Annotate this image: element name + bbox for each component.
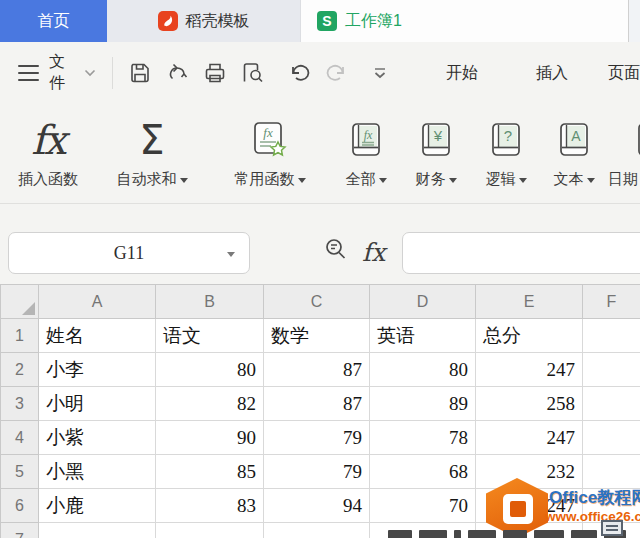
autosum-button[interactable]: Σ 自动求和: [96, 104, 208, 203]
ribbon-tab-insert[interactable]: 插入: [536, 63, 568, 84]
col-header-C[interactable]: C: [264, 285, 370, 319]
col-header-A[interactable]: A: [39, 285, 156, 319]
ribbon-tab-home[interactable]: 开始: [446, 63, 478, 84]
tab-workbook[interactable]: S 工作簿1: [301, 0, 629, 42]
watermark-site-name: Office教程网: [549, 486, 640, 509]
cell-B1[interactable]: 语文: [156, 319, 264, 353]
common-functions-button[interactable]: fx 常用函数: [208, 104, 332, 203]
cell-D4[interactable]: 78: [370, 421, 476, 455]
all-functions-button[interactable]: fx 全部: [332, 104, 400, 203]
cell-C3[interactable]: 87: [264, 387, 370, 421]
cell-E2[interactable]: 247: [476, 353, 583, 387]
row-header-3[interactable]: 3: [1, 387, 39, 421]
dropdown-caret-icon: [449, 178, 457, 183]
cell-B3[interactable]: 82: [156, 387, 264, 421]
cell-B4[interactable]: 90: [156, 421, 264, 455]
cell-A6[interactable]: 小鹿: [39, 489, 156, 523]
date-functions-button[interactable]: 日期: [608, 104, 640, 203]
select-all-triangle-icon: [22, 302, 35, 315]
cell-A3[interactable]: 小明: [39, 387, 156, 421]
col-header-D[interactable]: D: [370, 285, 476, 319]
docer-icon: [158, 11, 178, 31]
cell-D6[interactable]: 70: [370, 489, 476, 523]
tab-docer-templates[interactable]: 稻壳模板: [107, 0, 301, 42]
print-icon[interactable]: [202, 58, 228, 88]
row-header-2[interactable]: 2: [1, 353, 39, 387]
autosum-label: 自动求和: [117, 170, 177, 189]
cell-D2[interactable]: 80: [370, 353, 476, 387]
cell-E4[interactable]: 247: [476, 421, 583, 455]
common-functions-label: 常用函数: [235, 170, 295, 189]
toolbar-more-icon[interactable]: [367, 58, 393, 88]
cell-B2[interactable]: 80: [156, 353, 264, 387]
date-label: 日期: [608, 170, 638, 189]
name-box-caret-icon[interactable]: [227, 252, 235, 257]
cell-E1[interactable]: 总分: [476, 319, 583, 353]
cell-D1[interactable]: 英语: [370, 319, 476, 353]
cell-C7[interactable]: [264, 523, 370, 538]
col-header-F[interactable]: F: [583, 285, 640, 319]
column-header-row: A B C D E F: [1, 285, 640, 319]
print-preview-icon[interactable]: [239, 58, 265, 88]
cell-D3[interactable]: 89: [370, 387, 476, 421]
financial-label: 财务: [416, 170, 446, 189]
row-header-5[interactable]: 5: [1, 455, 39, 489]
cropped-window-icon: [601, 520, 623, 536]
search-icon[interactable]: [322, 236, 350, 264]
cell-C6[interactable]: 94: [264, 489, 370, 523]
cell-F2[interactable]: [583, 353, 640, 387]
sigma-icon: Σ: [139, 120, 164, 160]
undo-icon[interactable]: [286, 58, 312, 88]
cell-E3[interactable]: 258: [476, 387, 583, 421]
ribbon-tab-page[interactable]: 页面: [608, 63, 640, 84]
redo-icon[interactable]: [323, 58, 349, 88]
date-book-icon: [636, 122, 640, 158]
spreadsheet-app-icon: S: [317, 11, 337, 31]
cell-B6[interactable]: 83: [156, 489, 264, 523]
cell-B7[interactable]: [156, 523, 264, 538]
formula-input[interactable]: [402, 232, 640, 274]
svg-text:?: ?: [504, 127, 512, 144]
cell-A5[interactable]: 小黑: [39, 455, 156, 489]
common-functions-icon: fx: [251, 120, 289, 160]
cell-A1[interactable]: 姓名: [39, 319, 156, 353]
cell-F4[interactable]: [583, 421, 640, 455]
fx-formula-icon: fx: [362, 238, 385, 267]
hamburger-menu-icon[interactable]: [18, 65, 39, 81]
cell-F1[interactable]: [583, 319, 640, 353]
tab-home[interactable]: 首页: [0, 0, 107, 42]
text-functions-button[interactable]: A 文本: [540, 104, 608, 203]
cell-C2[interactable]: 87: [264, 353, 370, 387]
cell-F3[interactable]: [583, 387, 640, 421]
row-header-1[interactable]: 1: [1, 319, 39, 353]
table-row: 3 小明 82 87 89 258: [1, 387, 640, 421]
insert-function-button[interactable]: fx 插入函数: [0, 104, 96, 203]
dropdown-caret-icon: [587, 178, 595, 183]
row-header-4[interactable]: 4: [1, 421, 39, 455]
text-label: 文本: [554, 170, 584, 189]
logical-functions-button[interactable]: ? 逻辑: [472, 104, 540, 203]
export-icon[interactable]: [164, 58, 190, 88]
row-header-6[interactable]: 6: [1, 489, 39, 523]
col-header-B[interactable]: B: [156, 285, 264, 319]
cell-C5[interactable]: 79: [264, 455, 370, 489]
cell-D5[interactable]: 68: [370, 455, 476, 489]
cell-C1[interactable]: 数学: [264, 319, 370, 353]
cell-B5[interactable]: 85: [156, 455, 264, 489]
financial-functions-button[interactable]: ¥ 财务: [400, 104, 472, 203]
col-header-E[interactable]: E: [476, 285, 583, 319]
select-all-corner[interactable]: [1, 285, 39, 319]
cell-A7[interactable]: [39, 523, 156, 538]
name-box[interactable]: G11: [8, 232, 250, 274]
file-menu-chevron-icon[interactable]: [84, 69, 96, 77]
cell-C4[interactable]: 79: [264, 421, 370, 455]
cell-A4[interactable]: 小紫: [39, 421, 156, 455]
tab-home-label: 首页: [38, 11, 70, 32]
row-header-7[interactable]: 7: [1, 523, 39, 538]
file-menu[interactable]: 文件: [49, 52, 77, 94]
cell-A2[interactable]: 小李: [39, 353, 156, 387]
financial-book-icon: ¥: [420, 122, 452, 158]
name-box-value: G11: [114, 243, 144, 264]
save-icon[interactable]: [127, 58, 153, 88]
all-functions-label: 全部: [346, 170, 376, 189]
